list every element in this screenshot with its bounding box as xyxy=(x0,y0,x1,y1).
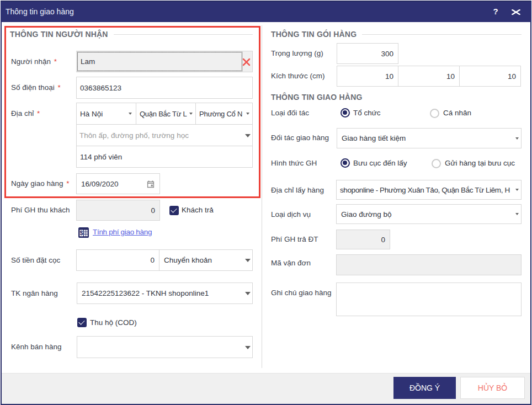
svg-text:$: $ xyxy=(80,230,83,236)
